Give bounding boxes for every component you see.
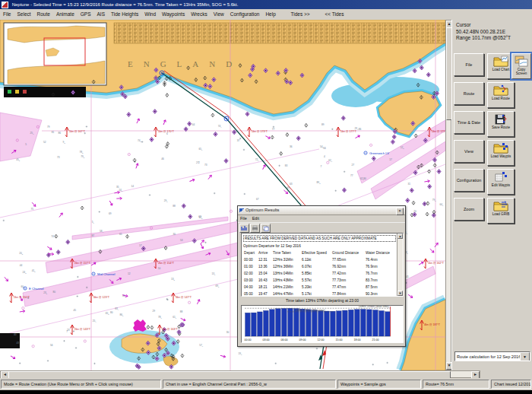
dialog-menu-edit[interactable]: Edit	[252, 216, 259, 221]
svg-text:21:00: 21:00	[372, 338, 379, 342]
tide-arrow-label: 4kn @ 123°T	[93, 296, 110, 299]
menu-gps[interactable]: GPS	[78, 9, 94, 20]
bar-20:00	[367, 310, 372, 336]
bar-00:00	[245, 313, 251, 336]
button-caption: Load GRIB	[488, 212, 514, 216]
copy-icon[interactable]	[261, 224, 271, 233]
svg-text:80: 80	[110, 311, 113, 314]
svg-text:43: 43	[16, 342, 19, 345]
bar-14:00	[331, 311, 336, 336]
route-calculation-dropdown[interactable]: Route calculation for 12 Sep 2016 ▼	[454, 351, 530, 361]
svg-text:77: 77	[350, 174, 353, 177]
scroll-down-arrow[interactable]: ▼	[397, 291, 403, 296]
dialog-icon	[239, 208, 244, 213]
tides-back-button[interactable]: << Tides	[321, 9, 347, 20]
menu-file[interactable]: File	[0, 9, 14, 20]
col-time-taken: Time Taken	[273, 249, 302, 256]
map-vertical-scrollbar[interactable]: ▲ ▼	[445, 20, 451, 370]
svg-text:03:00: 03:00	[263, 338, 270, 342]
copy-screen-button[interactable]: Copy Screen	[511, 53, 531, 79]
menu-select[interactable]: Select	[14, 9, 33, 20]
svg-text:15:00: 15:00	[336, 338, 343, 342]
svg-text:53: 53	[180, 239, 183, 242]
svg-text:7: 7	[321, 165, 322, 168]
tides-forward-button[interactable]: Tides >>	[288, 9, 313, 20]
svg-text:4: 4	[324, 155, 325, 158]
menu-wrecks[interactable]: Wrecks	[188, 9, 211, 20]
zoom-button[interactable]: Zoom	[454, 198, 484, 221]
results-row-5[interactable]: 05:0019:4714Hrs 47Min5.17kt77.84nm90.3nm	[242, 291, 397, 297]
configuration-button[interactable]: Configuration	[454, 169, 484, 192]
close-icon[interactable]: ×	[396, 208, 404, 215]
tide-arrow-label: 1kn @ 171°T	[432, 130, 445, 133]
country-label: ENGLAND	[128, 59, 242, 68]
button-caption: Copy Screen	[512, 68, 530, 75]
max-time-label: 14Hrs 59Min (Max time)	[358, 306, 389, 308]
results-subtitle: Optimum Departure for 12 Sep 2016	[242, 243, 397, 249]
app-window: Neptune - Selected Time = 15:23 12/9/201…	[0, 0, 532, 394]
menu-ais[interactable]: AIS	[94, 9, 108, 20]
menu-tide-heights[interactable]: Tide Heights	[108, 9, 141, 20]
svg-text:63: 63	[290, 183, 293, 186]
dropdown-arrow-icon[interactable]: ▼	[520, 352, 530, 361]
svg-text:73: 73	[204, 164, 207, 167]
results-row-0[interactable]: 00:0012:3112Hrs 31Min6.11kt77.65nm76.4nm	[242, 256, 397, 263]
bar-04:00	[270, 310, 275, 336]
status-section-4: Chart issued 12/2015	[491, 380, 531, 389]
time-date-button[interactable]: Time & Date	[454, 111, 484, 134]
bar-21:00	[373, 310, 378, 336]
tide-arrow-label: 1kn @ 162°T	[428, 262, 445, 265]
tide-arrow-label: 2kn @ 154°T	[158, 262, 175, 265]
save-route-icon	[488, 113, 514, 125]
bar-17:00	[349, 310, 354, 336]
menu-help[interactable]: Help	[262, 9, 278, 20]
app-icon	[2, 2, 8, 8]
menu-view[interactable]: View	[211, 9, 227, 20]
menu-wind[interactable]: Wind	[141, 9, 159, 20]
bar-10:00	[306, 310, 312, 336]
svg-text:81: 81	[52, 131, 55, 134]
route-dropdown-value: Route calculation for 12 Sep 2016	[457, 354, 521, 359]
time-taken-summary: Time taken 13Hrs 07Min departing at 23:0…	[238, 298, 407, 303]
view-button[interactable]: View	[454, 140, 484, 163]
svg-text:5: 5	[25, 143, 27, 146]
file-button[interactable]: File	[454, 53, 484, 76]
svg-text:06:00: 06:00	[281, 338, 288, 342]
load-grib-button[interactable]: Load GRIB	[487, 198, 515, 224]
bar-02:00	[258, 312, 263, 336]
sea-label: Greenwich LV	[369, 151, 389, 155]
results-row-4[interactable]: 04:0018:2114Hrs 21Min5.20kt77.47nm87.5nm	[242, 284, 397, 291]
scroll-up-arrow[interactable]: ▲	[397, 234, 403, 239]
save-route-button[interactable]: Save Route	[487, 111, 515, 137]
results-scrollbar[interactable]: ▲ ▼	[397, 234, 403, 296]
results-header-row: DepartArriveTime TakenEffective SpeedGro…	[242, 249, 397, 256]
svg-text:09:00: 09:00	[299, 338, 306, 342]
svg-text:75: 75	[30, 208, 33, 211]
results-warning[interactable]: RESULTS ARE FROM DERIVED DATA AND AS SUC…	[243, 235, 396, 242]
svg-text:41: 41	[406, 275, 409, 278]
load-waypts-button[interactable]: Load Waypts	[487, 140, 515, 166]
menu-waypoints[interactable]: Waypoints	[159, 9, 188, 20]
map-horizontal-scrollbar[interactable]: ◄ ►	[0, 370, 480, 378]
dialog-menu-file[interactable]: File	[240, 216, 247, 221]
tide-arrow-label: 1kn @ 167°T	[69, 130, 86, 133]
control-panel: Cursor 50.42.48N 000.28.21E Range 101.7n…	[451, 20, 532, 370]
menu-route[interactable]: Route	[34, 9, 53, 20]
dialog-menu-bar: FileEdit	[238, 215, 405, 222]
route-button[interactable]: Route	[454, 82, 484, 105]
menu-animate[interactable]: Animate	[53, 9, 78, 20]
chart-icon[interactable]	[239, 224, 249, 233]
results-row-1[interactable]: 01:0013:3612Hrs 36Min6.07kt76.92nm76.9nm	[242, 263, 397, 270]
load-chart-button[interactable]: Load Chart	[487, 53, 515, 79]
load-route-button[interactable]: Load Route	[487, 82, 515, 108]
results-row-2[interactable]: 02:0015:0413Hrs 04Min5.85kt77.42nm76.7nm	[242, 270, 397, 277]
tide-arrow-label: 4kn @ 187°T	[424, 323, 441, 326]
edit-waypts-button[interactable]: Edit Waypts	[487, 169, 515, 195]
svg-text:27: 27	[352, 164, 355, 167]
button-caption: Load Waypts	[488, 154, 514, 158]
results-row-3[interactable]: 03:0016:4313Hrs 43Min5.57kt77.73nm83.7nm	[242, 277, 397, 284]
printer-icon[interactable]	[250, 224, 260, 233]
tidal-table-band	[114, 23, 445, 43]
bottom-strip	[0, 390, 532, 394]
menu-configuration[interactable]: Configuration	[227, 9, 263, 20]
